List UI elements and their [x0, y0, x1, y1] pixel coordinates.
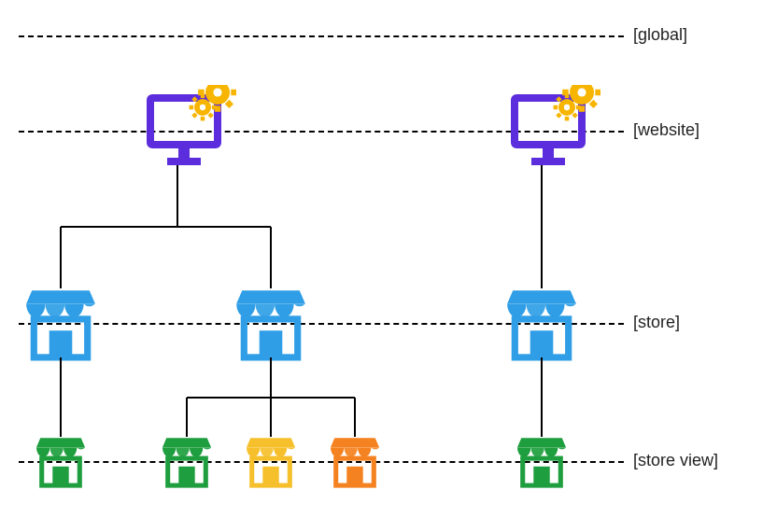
level-label-store_view: [store view] — [633, 451, 718, 470]
svg-rect-1 — [178, 147, 190, 158]
connector — [541, 165, 543, 288]
svg-rect-13 — [212, 105, 217, 110]
svg-rect-36 — [543, 147, 554, 158]
level-label-website: [website] — [633, 120, 699, 140]
svg-point-57 — [564, 105, 570, 110]
svg-point-12 — [213, 88, 221, 96]
connector — [270, 398, 272, 438]
svg-rect-15 — [201, 117, 205, 120]
svg-rect-54 — [565, 94, 570, 99]
store-view-node — [160, 434, 214, 488]
svg-point-47 — [577, 88, 586, 96]
svg-point-22 — [200, 105, 205, 110]
connector — [61, 226, 271, 228]
svg-rect-28 — [260, 330, 283, 357]
svg-rect-32 — [262, 467, 278, 485]
website-node — [509, 85, 600, 169]
svg-rect-26 — [52, 467, 68, 485]
store-node — [503, 285, 580, 361]
diagram-stage: [global][website][store][store view] — [0, 0, 777, 532]
svg-rect-37 — [531, 158, 565, 165]
svg-rect-19 — [201, 94, 205, 99]
store-node — [22, 285, 99, 361]
svg-rect-24 — [49, 330, 73, 357]
connector — [270, 357, 272, 398]
svg-rect-61 — [533, 467, 549, 485]
connector — [60, 357, 62, 437]
store-view-node — [34, 434, 88, 488]
svg-rect-2 — [167, 158, 201, 165]
svg-rect-50 — [565, 117, 570, 120]
svg-rect-34 — [346, 467, 362, 485]
connector — [354, 398, 356, 438]
svg-rect-3 — [231, 90, 236, 96]
svg-rect-52 — [554, 105, 558, 110]
svg-rect-59 — [530, 330, 554, 357]
svg-rect-17 — [190, 105, 194, 110]
store-view-node — [328, 434, 382, 488]
website-node — [145, 85, 236, 169]
store-view-node — [244, 434, 298, 488]
level-label-store: [store] — [633, 313, 680, 332]
connector — [541, 357, 543, 437]
level-line-global — [19, 35, 624, 37]
connector — [177, 165, 178, 227]
connector — [60, 227, 62, 288]
svg-rect-30 — [178, 467, 194, 485]
svg-rect-38 — [595, 90, 600, 96]
store-view-node — [515, 434, 569, 488]
store-node — [233, 285, 309, 361]
svg-rect-48 — [576, 105, 581, 110]
svg-rect-4 — [225, 100, 233, 108]
connector — [186, 398, 188, 438]
connector — [270, 227, 272, 288]
level-label-global: [global] — [633, 25, 687, 45]
